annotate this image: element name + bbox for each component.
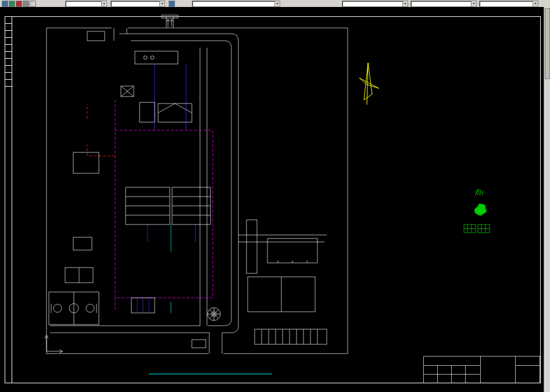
pump-house bbox=[135, 51, 178, 64]
style-combo[interactable]: ▾ bbox=[479, 1, 538, 7]
linetype-icon[interactable] bbox=[23, 1, 29, 7]
north-duty-room bbox=[87, 31, 105, 41]
blower-house bbox=[158, 104, 192, 122]
coordinate-axis bbox=[45, 335, 63, 353]
chevron-down-icon[interactable]: ▾ bbox=[533, 1, 538, 6]
plotstyle-combo[interactable]: ▾ bbox=[410, 1, 477, 7]
scrollbar-thumb[interactable] bbox=[545, 8, 550, 79]
buildings bbox=[49, 31, 327, 348]
vertical-scrollbar[interactable] bbox=[544, 7, 550, 392]
cad-canvas[interactable] bbox=[0, 7, 544, 392]
power-room bbox=[73, 237, 92, 250]
dewatering-house bbox=[73, 152, 99, 173]
workshop-building bbox=[247, 220, 257, 273]
chevron-down-icon[interactable]: ▾ bbox=[471, 1, 476, 6]
legend bbox=[464, 189, 490, 233]
layer-combo[interactable]: ▾ bbox=[65, 1, 107, 7]
south-duty-room bbox=[192, 340, 206, 348]
parking-icon bbox=[464, 224, 490, 233]
app-icon[interactable] bbox=[2, 1, 8, 7]
legend-others bbox=[464, 189, 490, 233]
linetype-combo[interactable]: ▾ bbox=[192, 1, 280, 7]
lineweight-combo[interactable]: ▾ bbox=[342, 1, 408, 7]
style-icon[interactable] bbox=[30, 1, 36, 7]
pipe-runs bbox=[87, 64, 213, 313]
color-combo[interactable]: ▾ bbox=[110, 1, 165, 7]
cad-application-window: ▾ ▾ ▾ ▾ ▾ ▾ bbox=[0, 0, 550, 392]
chevron-down-icon[interactable]: ▾ bbox=[159, 1, 165, 6]
dosing-room bbox=[140, 102, 155, 122]
road-network bbox=[50, 28, 327, 354]
properties-icon[interactable] bbox=[169, 1, 175, 7]
north-arrow bbox=[359, 63, 379, 105]
layer-icon[interactable] bbox=[16, 1, 22, 7]
grass-icon bbox=[476, 189, 483, 195]
site-boundary bbox=[47, 28, 348, 354]
color-swatch-icon[interactable] bbox=[9, 1, 15, 7]
chevron-down-icon[interactable]: ▾ bbox=[402, 1, 408, 6]
sheet-frame bbox=[5, 16, 540, 383]
tree-icon bbox=[474, 204, 487, 216]
site-plan-drawing bbox=[0, 7, 544, 392]
chevron-down-icon[interactable]: ▾ bbox=[101, 1, 106, 6]
chevron-down-icon[interactable]: ▾ bbox=[274, 1, 280, 6]
title-block bbox=[423, 356, 540, 383]
outfall-pipes bbox=[162, 15, 178, 28]
parking-lot bbox=[255, 329, 327, 344]
